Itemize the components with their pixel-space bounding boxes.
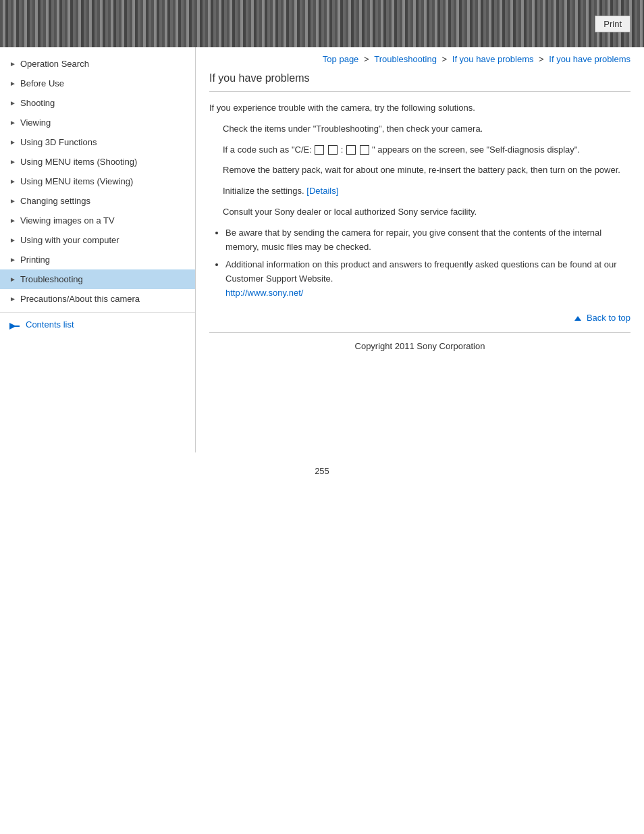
print-button[interactable]: Print [595, 16, 630, 32]
breadcrumb-if-problems-link[interactable]: If you have problems [452, 54, 534, 64]
sidebar-item-precautions[interactable]: ► Precautions/About this camera [0, 289, 195, 309]
sidebar-item-troubleshooting[interactable]: ► Troubleshooting [0, 269, 195, 289]
page-number: 255 [0, 466, 644, 490]
arrow-icon: ► [9, 236, 16, 244]
sidebar-item-changing-settings[interactable]: ► Changing settings [0, 191, 195, 211]
content-area: Top page > Troubleshooting > If you have… [196, 47, 644, 452]
breadcrumb-top-link[interactable]: Top page [323, 54, 359, 64]
sidebar-item-label: Operation Search [20, 59, 89, 69]
breadcrumb-sep1: > [364, 54, 371, 64]
arrow-icon: ► [9, 276, 16, 283]
arrow-icon: ► [9, 138, 16, 146]
remove-battery-text: Remove the battery pack, wait for about … [223, 163, 630, 178]
code-suffix: " appears on the screen, see "Self-diagn… [370, 145, 581, 155]
sidebar-footer: Contents list [0, 312, 195, 336]
sony-url-link[interactable]: http://www.sony.net/ [225, 288, 303, 298]
sidebar-item-menu-shooting[interactable]: ► Using MENU items (Shooting) [0, 152, 195, 172]
code-prefix: If a code such as "C/E: [223, 145, 314, 155]
header-bar: Print [0, 0, 644, 47]
code-text: If a code such as "C/E: : " appears on t… [223, 143, 630, 157]
arrow-icon: ► [9, 178, 16, 185]
sidebar-item-label: Changing settings [20, 196, 90, 206]
sidebar-item-label: Using with your computer [20, 235, 119, 245]
contents-list-label: Contents list [26, 319, 74, 330]
sidebar-item-before-use[interactable]: ► Before Use [0, 74, 195, 93]
consult-block: Consult your Sony dealer or local author… [223, 205, 630, 219]
code-box3 [346, 145, 356, 155]
initialize-label: Initialize the settings. [223, 186, 304, 196]
bullet-list: Be aware that by sending the camera for … [225, 226, 630, 301]
sidebar-item-label: Using 3D Functions [20, 137, 97, 147]
details-link[interactable]: [Details] [306, 186, 338, 196]
sidebar-item-label: Troubleshooting [20, 274, 83, 284]
sidebar-item-label: Precautions/About this camera [20, 294, 140, 304]
page-title: If you have problems [209, 72, 630, 92]
code-box2 [328, 145, 338, 155]
sidebar-item-3d-functions[interactable]: ► Using 3D Functions [0, 132, 195, 152]
bullet-item-2: Additional information on this product a… [225, 258, 630, 300]
breadcrumb-troubleshooting-link[interactable]: Troubleshooting [374, 54, 437, 64]
sidebar-item-shooting[interactable]: ► Shooting [0, 93, 195, 113]
intro-text: If you experience trouble with the camer… [209, 101, 630, 115]
breadcrumb: Top page > Troubleshooting > If you have… [209, 54, 630, 64]
back-to-top-link[interactable]: Back to top [574, 313, 630, 323]
breadcrumb-sep2: > [442, 54, 450, 64]
code-colon: : [338, 145, 346, 155]
sidebar-item-label: Before Use [20, 78, 64, 88]
sidebar-item-operation-search[interactable]: ► Operation Search [0, 54, 195, 74]
sidebar-item-label: Shooting [20, 98, 55, 108]
sidebar-item-label: Viewing images on a TV [20, 215, 115, 226]
arrow-icon: ► [9, 256, 16, 263]
sidebar: ► Operation Search ► Before Use ► Shooti… [0, 47, 196, 452]
sidebar-item-using-computer[interactable]: ► Using with your computer [0, 230, 195, 250]
main-container: ► Operation Search ► Before Use ► Shooti… [0, 47, 644, 452]
sidebar-item-label: Printing [20, 255, 50, 265]
bullet2-text: Additional information on this product a… [225, 259, 617, 284]
code-box4 [360, 145, 369, 155]
code-box1 [315, 145, 324, 155]
sidebar-item-label: Viewing [20, 118, 51, 128]
arrow-icon: ► [9, 158, 16, 165]
arrow-icon: ► [9, 295, 16, 303]
remove-battery-block: Remove the battery pack, wait for about … [223, 163, 630, 178]
contents-list-link[interactable]: Contents list [9, 319, 188, 330]
svg-rect-1 [9, 325, 20, 327]
arrow-icon: ► [9, 80, 16, 87]
sidebar-item-viewing[interactable]: ► Viewing [0, 113, 195, 132]
arrow-icon: ► [9, 197, 16, 205]
sidebar-item-viewing-tv[interactable]: ► Viewing images on a TV [0, 211, 195, 230]
back-to-top[interactable]: Back to top [209, 311, 630, 325]
sidebar-item-printing[interactable]: ► Printing [0, 250, 195, 269]
separator [209, 332, 630, 333]
initialize-block: Initialize the settings. [Details] [223, 184, 630, 199]
consult-text: Consult your Sony dealer or local author… [223, 205, 630, 219]
arrow-icon: ► [9, 119, 16, 126]
bullet-item-1: Be aware that by sending the camera for … [225, 226, 630, 255]
check-troubleshooting-text: Check the items under "Troubleshooting",… [223, 122, 630, 136]
sidebar-item-label: Using MENU items (Shooting) [20, 157, 137, 167]
back-to-top-label: Back to top [587, 313, 630, 323]
arrow-icon: ► [9, 217, 16, 224]
arrow-icon: ► [9, 99, 16, 107]
check-troubleshooting-block: Check the items under "Troubleshooting",… [223, 122, 630, 157]
arrow-icon: ► [9, 60, 16, 68]
copyright-text: Copyright 2011 Sony Corporation [209, 340, 630, 354]
breadcrumb-sep3: > [539, 54, 546, 64]
initialize-text: Initialize the settings. [Details] [223, 184, 630, 199]
breadcrumb-current-link[interactable]: If you have problems [549, 54, 630, 64]
sidebar-item-menu-viewing[interactable]: ► Using MENU items (Viewing) [0, 172, 195, 191]
content-body: If you experience trouble with the camer… [209, 101, 630, 353]
triangle-up-icon [574, 316, 581, 321]
arrow-right-icon [9, 321, 20, 328]
sidebar-item-label: Using MENU items (Viewing) [20, 176, 133, 186]
